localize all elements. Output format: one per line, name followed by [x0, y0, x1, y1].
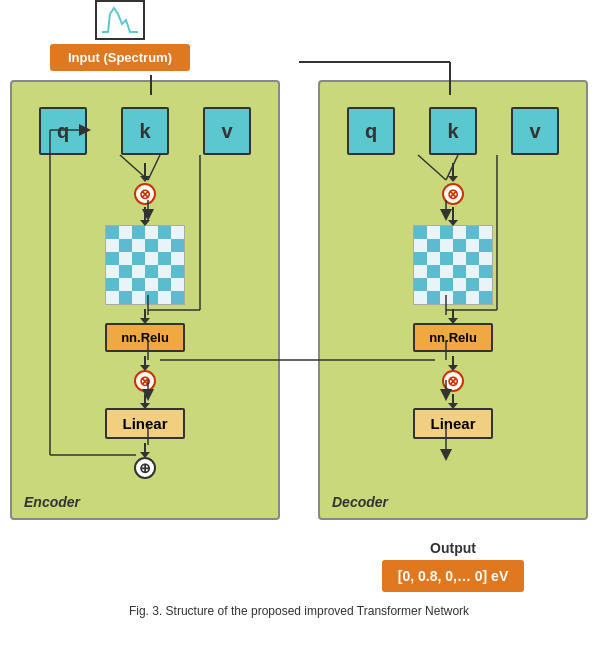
encoder-v-box: v [203, 107, 251, 155]
input-label: Input (Spectrum) [50, 44, 190, 71]
diagram-container: Input (Spectrum) q k v ⊗ nn.Relu [0, 0, 598, 620]
encoder-checkerboard [105, 225, 185, 305]
encoder-multiply-2: ⊗ [134, 370, 156, 392]
output-area: Output [0, 0.8, 0,… 0] eV [318, 540, 588, 592]
decoder-k-box: k [429, 107, 477, 155]
decoder-multiply-1: ⊗ [442, 183, 464, 205]
encoder-qkv-row: q k v [22, 107, 268, 155]
decoder-multiply-2: ⊗ [442, 370, 464, 392]
decoder-v-box: v [511, 107, 559, 155]
encoder-linear: Linear [105, 408, 185, 439]
encoder-sum: ⊕ [134, 457, 156, 479]
figure-caption: Fig. 3. Structure of the proposed improv… [0, 604, 598, 618]
encoder-relu: nn.Relu [105, 323, 185, 352]
decoder-q-box: q [347, 107, 395, 155]
decoder-checkerboard [413, 225, 493, 305]
decoder-qkv-row: q k v [330, 107, 576, 155]
decoder-relu: nn.Relu [413, 323, 493, 352]
output-value: [0, 0.8, 0,… 0] eV [382, 560, 525, 592]
decoder-panel: q k v ⊗ nn.Relu ⊗ [318, 80, 588, 520]
encoder-multiply-1: ⊗ [134, 183, 156, 205]
encoder-q-box: q [39, 107, 87, 155]
decoder-linear: Linear [413, 408, 493, 439]
output-title: Output [430, 540, 476, 556]
encoder-k-box: k [121, 107, 169, 155]
decoder-label: Decoder [332, 494, 388, 510]
spectrum-icon [95, 0, 145, 40]
encoder-label: Encoder [24, 494, 80, 510]
input-spectrum-area: Input (Spectrum) [50, 0, 190, 71]
encoder-panel: q k v ⊗ nn.Relu ⊗ [10, 80, 280, 520]
